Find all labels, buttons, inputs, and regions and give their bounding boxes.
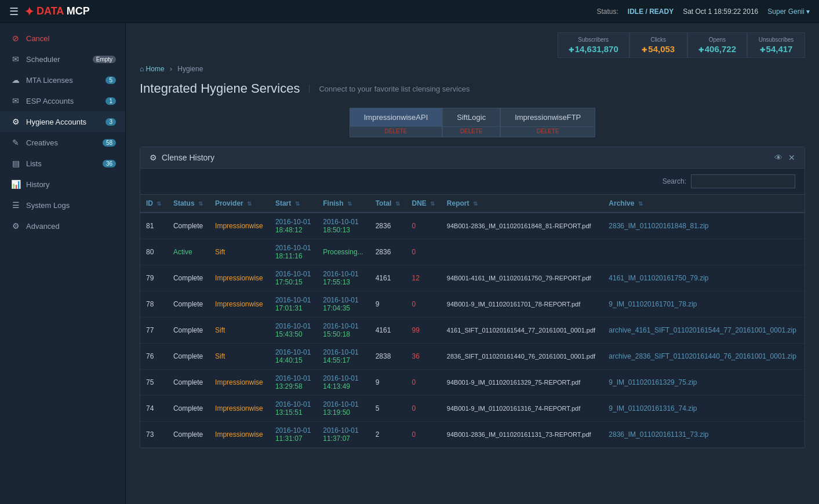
cell-start: 2016-10-0117:50:15 bbox=[270, 265, 317, 291]
cell-status: Complete bbox=[168, 422, 209, 448]
delete-impressionwise-api[interactable]: DELETE bbox=[350, 127, 443, 137]
stat-opens: Opens ✚406,722 bbox=[687, 32, 747, 58]
topbar-left: ☰ ✦ DATA MCP bbox=[9, 5, 90, 19]
sidebar-item-label: Scheduler bbox=[26, 55, 60, 64]
sidebar-item-label: MTA Licenses bbox=[26, 76, 73, 85]
cell-archive: 2836_IM_011020161131_73.zip bbox=[603, 422, 805, 448]
cell-finish: 2016-10-0115:50:18 bbox=[317, 317, 369, 344]
cell-id: 77 bbox=[140, 317, 168, 344]
cell-id: 80 bbox=[140, 239, 168, 265]
cell-start: 2016-10-0118:48:12 bbox=[270, 213, 317, 239]
cell-id: 73 bbox=[140, 422, 168, 448]
lists-icon: ▤ bbox=[11, 159, 20, 168]
sidebar-item-label: Cancel bbox=[26, 34, 49, 43]
col-total[interactable]: Total ⇅ bbox=[370, 195, 406, 213]
username[interactable]: Super Genii ▾ bbox=[767, 8, 810, 16]
sidebar-item-advanced[interactable]: ⚙ Advanced bbox=[0, 216, 125, 236]
archive-link[interactable]: 2836_IM_011020161848_81.zip bbox=[609, 222, 708, 230]
breadcrumb: ⌂ Home › Hygiene bbox=[140, 65, 805, 73]
cell-provider: Impressionwise bbox=[209, 396, 270, 422]
col-start[interactable]: Start ⇅ bbox=[270, 195, 317, 213]
table-row: 80 Active Sift 2016-10-0118:11:16 Proces… bbox=[140, 239, 805, 265]
sidebar-item-history[interactable]: 📊 History bbox=[0, 174, 125, 195]
sidebar-item-hygiene-accounts[interactable]: ⚙ Hygiene Accounts 3 bbox=[0, 111, 125, 132]
table-row: 77 Complete Sift 2016-10-0115:43:50 2016… bbox=[140, 317, 805, 344]
delete-siftlogic[interactable]: DELETE bbox=[442, 127, 500, 137]
archive-link[interactable]: 9_IM_011020161701_78.zip bbox=[609, 300, 697, 308]
cell-archive: 2836_IM_011020161848_81.zip bbox=[603, 213, 805, 239]
cell-provider: Sift bbox=[209, 344, 270, 370]
sidebar-item-scheduler[interactable]: ✉ Scheduler Empty bbox=[0, 49, 125, 70]
archive-link[interactable]: 4161_IM_011020161750_79.zip bbox=[609, 274, 708, 282]
sidebar-item-cancel[interactable]: ⊘ Cancel bbox=[0, 28, 125, 49]
cell-status: Active bbox=[168, 239, 209, 265]
tab-siftlogic[interactable]: SiftLogic bbox=[442, 108, 500, 127]
cell-start: 2016-10-0117:01:31 bbox=[270, 291, 317, 317]
hamburger-menu[interactable]: ☰ bbox=[9, 5, 19, 18]
sidebar: ⊘ Cancel ✉ Scheduler Empty ☁ MTA License… bbox=[0, 23, 126, 504]
cell-dne: 0 bbox=[406, 291, 441, 317]
breadcrumb-separator: › bbox=[170, 65, 172, 73]
cell-dne: 99 bbox=[406, 317, 441, 344]
sidebar-item-lists[interactable]: ▤ Lists 36 bbox=[0, 153, 125, 174]
sidebar-item-label: Lists bbox=[26, 159, 42, 168]
panel-view-icon[interactable]: 👁 bbox=[774, 153, 782, 162]
cell-start: 2016-10-0115:43:50 bbox=[270, 317, 317, 344]
cell-total: 2836 bbox=[370, 239, 406, 265]
col-archive[interactable]: Archive ⇅ bbox=[603, 195, 805, 213]
sidebar-item-label: History bbox=[26, 180, 49, 189]
archive-link[interactable]: archive_2836_SIFT_011020161440_76_201610… bbox=[609, 352, 796, 360]
sidebar-item-system-logs[interactable]: ☰ System Logs bbox=[0, 195, 125, 216]
cell-status: Complete bbox=[168, 396, 209, 422]
stat-opens-label: Opens bbox=[698, 36, 736, 43]
hygiene-badge: 3 bbox=[105, 118, 116, 126]
cell-total: 4161 bbox=[370, 265, 406, 291]
stat-clicks: Clicks ✚54,053 bbox=[629, 32, 687, 58]
panel-close-icon[interactable]: ✕ bbox=[788, 153, 795, 162]
logo-icon: ✦ bbox=[24, 5, 34, 19]
tab-impressionwise-ftp[interactable]: ImpressionwiseFTP bbox=[500, 108, 595, 127]
cell-finish: 2016-10-0111:37:07 bbox=[317, 422, 369, 448]
sidebar-item-creatives[interactable]: ✎ Creatives 58 bbox=[0, 132, 125, 153]
cell-report: 94B001-9_IM_011020161701_78-REPORT.pdf bbox=[441, 291, 603, 317]
col-id[interactable]: ID ⇅ bbox=[140, 195, 168, 213]
tab-impressionwise-api[interactable]: ImpressionwiseAPI bbox=[350, 108, 443, 127]
archive-link[interactable]: 9_IM_011020161329_75.zip bbox=[609, 378, 697, 386]
provider-col-siftlogic: SiftLogic DELETE bbox=[442, 108, 500, 137]
sidebar-item-mta-licenses[interactable]: ☁ MTA Licenses 5 bbox=[0, 70, 125, 90]
history-panel-icon: ⚙ bbox=[150, 153, 157, 162]
breadcrumb-current: Hygiene bbox=[177, 65, 203, 73]
breadcrumb-home[interactable]: ⌂ Home bbox=[140, 65, 165, 73]
cell-provider: Impressionwise bbox=[209, 370, 270, 396]
main-content: Subscribers ✚14,631,870 Clicks ✚54,053 O… bbox=[126, 23, 819, 504]
cell-archive: archive_4161_SIFT_011020161544_77_201610… bbox=[603, 317, 805, 344]
cell-archive: 9_IM_011020161329_75.zip bbox=[603, 370, 805, 396]
archive-link[interactable]: 9_IM_011020161316_74.zip bbox=[609, 404, 697, 412]
status-value: IDLE / READY bbox=[628, 8, 674, 16]
cell-status: Complete bbox=[168, 291, 209, 317]
delete-impressionwise-ftp[interactable]: DELETE bbox=[500, 127, 595, 137]
sidebar-item-label: Creatives bbox=[26, 138, 58, 147]
col-report[interactable]: Report ⇅ bbox=[441, 195, 603, 213]
page-title-row: Integrated Hygiene Services Connect to y… bbox=[140, 81, 805, 96]
cell-provider: Impressionwise bbox=[209, 291, 270, 317]
search-input[interactable] bbox=[691, 174, 795, 188]
cell-status: Complete bbox=[168, 344, 209, 370]
cell-report bbox=[441, 239, 603, 265]
col-status[interactable]: Status ⇅ bbox=[168, 195, 209, 213]
sidebar-item-label: System Logs bbox=[26, 201, 70, 210]
scheduler-icon: ✉ bbox=[11, 54, 20, 64]
archive-link[interactable]: 2836_IM_011020161131_73.zip bbox=[609, 430, 708, 439]
col-finish[interactable]: Finish ⇅ bbox=[317, 195, 369, 213]
cell-start: 2016-10-0111:31:07 bbox=[270, 422, 317, 448]
stat-clicks-value: ✚54,053 bbox=[640, 44, 676, 54]
cell-finish: 2016-10-0118:50:13 bbox=[317, 213, 369, 239]
sidebar-item-esp-accounts[interactable]: ✉ ESP Accounts 1 bbox=[0, 90, 125, 111]
col-dne[interactable]: DNE ⇅ bbox=[406, 195, 441, 213]
col-provider[interactable]: Provider ⇅ bbox=[209, 195, 270, 213]
archive-link[interactable]: archive_4161_SIFT_011020161544_77_201610… bbox=[609, 326, 796, 334]
cell-id: 79 bbox=[140, 265, 168, 291]
cancel-icon: ⊘ bbox=[11, 34, 20, 43]
table-row: 75 Complete Impressionwise 2016-10-0113:… bbox=[140, 370, 805, 396]
advanced-icon: ⚙ bbox=[11, 221, 20, 231]
